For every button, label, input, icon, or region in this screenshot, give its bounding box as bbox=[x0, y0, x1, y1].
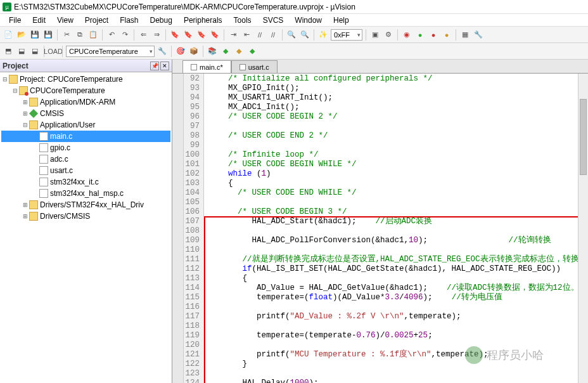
save-all-icon[interactable]: 💾 bbox=[42, 29, 54, 41]
toolbar-build: ⬒ ⬓ ⬓ LOAD CPUCoreTemperature 🔧 🎯 📦 📚 ◆ … bbox=[0, 43, 588, 60]
tree-file[interactable]: stm32f4xx_it.c bbox=[1, 176, 170, 188]
wrench-icon[interactable]: 🔧 bbox=[473, 29, 484, 41]
app-icon: µ bbox=[3, 3, 11, 11]
pack3-icon[interactable]: ◆ bbox=[246, 46, 258, 57]
redo-icon[interactable]: ↷ bbox=[119, 29, 131, 41]
menu-bar: FileEditViewProjectFlashDebugPeripherals… bbox=[0, 14, 588, 27]
tree-file[interactable]: adc.c bbox=[1, 153, 170, 165]
project-tree[interactable]: ⊟Project: CPUCoreTemperature⊟CPUCoreTemp… bbox=[0, 72, 172, 383]
nav-fwd-icon[interactable]: ⇒ bbox=[151, 29, 162, 41]
tree-group[interactable]: ⊞Drivers/CMSIS bbox=[1, 211, 170, 222]
tree-target[interactable]: ⊟CPUCoreTemperature bbox=[1, 85, 170, 96]
menu-debug[interactable]: Debug bbox=[145, 15, 177, 26]
copy-icon[interactable]: ⧉ bbox=[74, 29, 86, 41]
vertical-scrollbar[interactable] bbox=[578, 74, 588, 383]
panel-title: Project bbox=[3, 62, 149, 70]
books-icon[interactable]: 📚 bbox=[207, 46, 218, 57]
search-combo[interactable]: 0xFF bbox=[331, 29, 362, 41]
code-view[interactable]: 9293949596979899100101102103104105106107… bbox=[172, 74, 588, 383]
menu-svcs[interactable]: SVCS bbox=[258, 15, 289, 26]
title-bar: µ E:\STM32\STM32CubeMX\CPUCoreTemperatur… bbox=[0, 0, 588, 14]
pack-icon[interactable]: ◆ bbox=[220, 46, 231, 57]
bookmark-clear-icon[interactable]: 🔖 bbox=[209, 29, 220, 41]
wand-icon[interactable]: ✨ bbox=[317, 29, 329, 41]
window-icon[interactable]: ▣ bbox=[369, 29, 381, 41]
tree-root[interactable]: ⊟Project: CPUCoreTemperature bbox=[1, 74, 170, 85]
undo-icon[interactable]: ↶ bbox=[106, 29, 117, 41]
menu-help[interactable]: Help bbox=[328, 15, 354, 26]
pin-icon[interactable]: 📌 bbox=[150, 62, 159, 70]
file-tab[interactable]: main.c* bbox=[182, 60, 231, 73]
toolbar-main: 📄 📂 💾 💾 ✂ ⧉ 📋 ↶ ↷ ⇐ ⇒ 🔖 🔖 🔖 🔖 ⇥ ⇤ // // … bbox=[0, 27, 588, 43]
uncomment-icon[interactable]: // bbox=[267, 29, 279, 41]
load-icon[interactable]: LOAD bbox=[48, 46, 59, 57]
tree-group[interactable]: ⊞Application/MDK-ARM bbox=[1, 96, 170, 108]
code-lines[interactable]: /* Initialize all configured peripherals… bbox=[204, 74, 588, 383]
menu-view[interactable]: View bbox=[52, 15, 79, 26]
scrollbar-thumb[interactable] bbox=[580, 99, 587, 175]
comment-icon[interactable]: // bbox=[254, 29, 265, 41]
debug-icon[interactable]: ◉ bbox=[401, 29, 412, 41]
cut-icon[interactable]: ✂ bbox=[61, 29, 72, 41]
bookmark-strip bbox=[172, 74, 184, 383]
line-gutter: 9293949596979899100101102103104105106107… bbox=[184, 74, 204, 383]
reset-icon[interactable]: ● bbox=[441, 29, 452, 41]
tree-file[interactable]: usart.c bbox=[1, 165, 170, 176]
stop-icon[interactable]: ● bbox=[428, 29, 439, 41]
watermark-text: 程序员小哈 bbox=[487, 347, 544, 363]
find-files-icon[interactable]: 🔍 bbox=[299, 29, 310, 41]
options-icon[interactable]: 🔧 bbox=[157, 46, 168, 57]
tree-file[interactable]: main.c bbox=[1, 131, 170, 142]
close-icon[interactable]: ✕ bbox=[160, 62, 169, 70]
target-icon[interactable]: 🎯 bbox=[175, 46, 186, 57]
build-icon[interactable]: ⬓ bbox=[16, 46, 27, 57]
menu-edit[interactable]: Edit bbox=[27, 15, 51, 26]
panel-header: Project 📌 ✕ bbox=[0, 60, 172, 72]
tree-group[interactable]: ⊞CMSIS bbox=[1, 108, 170, 119]
menu-file[interactable]: File bbox=[4, 15, 26, 26]
watermark-icon bbox=[465, 346, 483, 364]
save-icon[interactable]: 💾 bbox=[29, 29, 41, 41]
file-icon bbox=[191, 64, 197, 70]
open-file-icon[interactable]: 📂 bbox=[16, 29, 27, 41]
find-icon[interactable]: 🔍 bbox=[286, 29, 297, 41]
editor-area: main.c*usart.c 9293949596979899100101102… bbox=[172, 60, 588, 383]
nav-back-icon[interactable]: ⇐ bbox=[137, 29, 149, 41]
rebuild-icon[interactable]: ⬓ bbox=[29, 46, 41, 57]
bookmark-prev-icon[interactable]: 🔖 bbox=[182, 29, 194, 41]
tree-file[interactable]: gpio.c bbox=[1, 142, 170, 153]
pack2-icon[interactable]: ◆ bbox=[233, 46, 245, 57]
file-icon bbox=[240, 64, 246, 70]
tab-strip: main.c*usart.c bbox=[172, 60, 588, 74]
manage-icon[interactable]: 📦 bbox=[188, 46, 200, 57]
menu-peripherals[interactable]: Peripherals bbox=[179, 15, 227, 26]
outdent-icon[interactable]: ⇤ bbox=[241, 29, 252, 41]
window-title: E:\STM32\STM32CubeMX\CPUCoreTemperature\… bbox=[14, 3, 355, 11]
new-file-icon[interactable]: 📄 bbox=[3, 29, 14, 41]
layout-icon[interactable]: ▦ bbox=[459, 29, 471, 41]
tree-group[interactable]: ⊞Drivers/STM32F4xx_HAL_Driv bbox=[1, 199, 170, 211]
menu-window[interactable]: Window bbox=[290, 15, 327, 26]
config-icon[interactable]: ⚙ bbox=[383, 29, 394, 41]
indent-icon[interactable]: ⇥ bbox=[227, 29, 239, 41]
translate-icon[interactable]: ⬒ bbox=[3, 46, 14, 57]
menu-project[interactable]: Project bbox=[80, 15, 113, 26]
run-icon[interactable]: ● bbox=[414, 29, 426, 41]
paste-icon[interactable]: 📋 bbox=[87, 29, 99, 41]
tree-file[interactable]: stm32f4xx_hal_msp.c bbox=[1, 188, 170, 199]
menu-tools[interactable]: Tools bbox=[229, 15, 257, 26]
watermark: 程序员小哈 bbox=[465, 346, 544, 364]
bookmark-icon[interactable]: 🔖 bbox=[169, 29, 181, 41]
file-tab[interactable]: usart.c bbox=[231, 60, 278, 73]
target-select[interactable]: CPUCoreTemperature bbox=[66, 46, 155, 57]
project-panel: Project 📌 ✕ ⊟Project: CPUCoreTemperature… bbox=[0, 60, 172, 383]
menu-flash[interactable]: Flash bbox=[115, 15, 143, 26]
tree-group[interactable]: ⊟Application/User bbox=[1, 119, 170, 131]
bookmark-next-icon[interactable]: 🔖 bbox=[196, 29, 207, 41]
